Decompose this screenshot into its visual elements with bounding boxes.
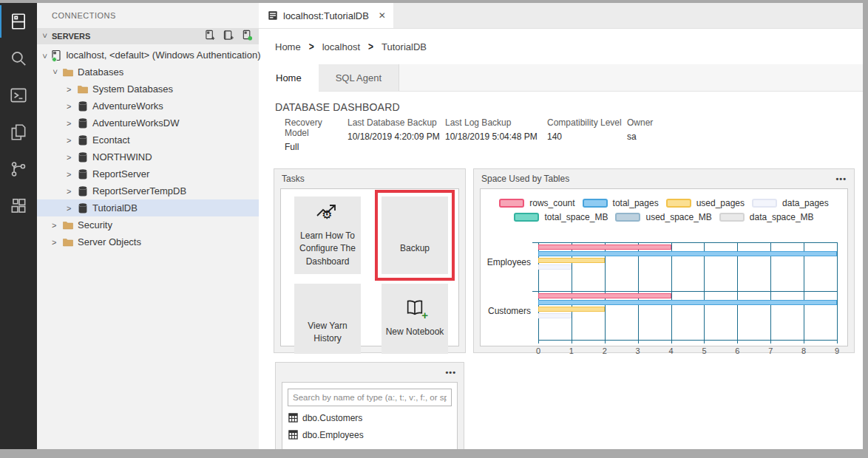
chevron-right-icon[interactable]: > <box>67 85 74 94</box>
tree-item-security[interactable]: >Security <box>37 216 259 233</box>
tree-item-label: ReportServerTempDB <box>92 185 186 196</box>
band-boundary-line <box>532 242 837 243</box>
bar-employees-total_pages <box>538 251 837 256</box>
legend-item-used_pages: used_pages <box>666 198 745 208</box>
table-grid-icon <box>288 430 298 440</box>
tree-item-tutorialdb[interactable]: >TutorialDB <box>37 199 259 216</box>
tree-item-databases[interactable]: >Databases <box>37 64 259 81</box>
task-button-label: Learn How To Configure The Dashboard <box>297 230 358 268</box>
space-used-by-tables-panel: Space Used by Tables ••• rows_counttotal… <box>473 168 855 353</box>
legend-swatch <box>583 199 608 208</box>
tab-home[interactable]: Home <box>259 64 319 92</box>
source-control-icon[interactable] <box>0 151 37 188</box>
property-compatibility-level: Compatibility Level140 <box>547 117 627 152</box>
axis-tick <box>671 341 672 344</box>
axis-tick-label: 1 <box>569 346 574 355</box>
terminal-icon[interactable] <box>0 77 37 114</box>
chevron-right-icon[interactable]: > <box>67 153 74 162</box>
property-value: sa <box>627 131 671 142</box>
search-widget-panel: ••• dbo.Customersdbo.Employees <box>275 362 464 449</box>
chart-plot-wrap: EmployeesCustomers 0123456789 <box>484 242 837 340</box>
dashboard-properties: Recovery ModelFullLast Database Backup10… <box>285 117 863 152</box>
new-notebook-button[interactable]: +New Notebook <box>382 284 448 354</box>
notebooks-icon[interactable] <box>0 114 37 151</box>
chart-legend: rows_counttotal_pagesused_pagesdata_page… <box>481 189 847 222</box>
object-name: dbo.Customers <box>302 413 362 423</box>
chart-panel-title: Space Used by Tables <box>481 174 569 184</box>
axis-tick-label: 8 <box>801 346 806 355</box>
bar-employees-rows_count <box>538 245 671 250</box>
legend-label: total_pages <box>613 198 659 208</box>
legend-swatch <box>719 213 745 222</box>
search-panel-body: dbo.Customersdbo.Employees <box>282 382 458 449</box>
tree-item-label: TutorialDB <box>92 202 138 213</box>
tree-item-reportservertempdb[interactable]: >ReportServerTempDB <box>37 182 259 199</box>
chevron-down-icon[interactable]: > <box>41 53 50 58</box>
chevron-right-icon[interactable]: > <box>67 119 74 128</box>
breadcrumb-item-localhost[interactable]: localhost <box>322 41 360 52</box>
folder-icon <box>62 66 74 78</box>
ellipsis-menu-icon[interactable]: ••• <box>445 368 456 377</box>
tree-item-label: Server Objects <box>78 236 141 247</box>
breadcrumb-item-tutorialdb[interactable]: TutorialDB <box>382 41 427 52</box>
legend-item-data_space_MB: data_space_MB <box>719 212 814 222</box>
tree-item-adventureworksdw[interactable]: >AdventureWorksDW <box>37 115 259 131</box>
tasks-panel-body: ⚙Learn How To Configure The DashboardBac… <box>280 188 459 346</box>
axis-tick-label: 7 <box>768 346 773 355</box>
chevron-right-icon[interactable]: > <box>67 136 74 145</box>
tree-item-adventureworks[interactable]: >AdventureWorks <box>37 98 259 115</box>
learn-how-to-configure-the-dashboard-button[interactable]: ⚙Learn How To Configure The Dashboard <box>294 196 361 274</box>
servers-toolbar <box>205 30 253 44</box>
property-label: Last Log Backup <box>445 117 547 128</box>
chevron-right-icon[interactable]: > <box>52 238 59 247</box>
extensions-icon[interactable] <box>0 188 37 225</box>
tasks-panel-header: Tasks <box>274 169 465 188</box>
close-icon[interactable]: ✕ <box>379 10 386 21</box>
band-boundary-line <box>532 291 837 292</box>
tree-item-label: NORTHWIND <box>92 151 152 163</box>
tasks-panel: Tasks ⚙Learn How To Configure The Dashbo… <box>274 168 466 353</box>
connections-icon[interactable] <box>0 3 37 40</box>
search-icon[interactable] <box>0 40 37 77</box>
list-item-dbo-customers[interactable]: dbo.Customers <box>282 409 457 426</box>
chevron-right-icon[interactable]: > <box>52 221 59 230</box>
servers-section-header[interactable]: > SERVERS <box>37 28 259 44</box>
tree-item-server-objects[interactable]: >Server Objects <box>37 233 259 250</box>
tree-item-reportserver[interactable]: >ReportServer <box>37 165 259 182</box>
chevron-down-icon[interactable]: > <box>51 69 60 77</box>
chevron-right-icon[interactable]: > <box>67 204 74 213</box>
tree-item-label: AdventureWorksDW <box>92 117 180 129</box>
tab-sql-agent[interactable]: SQL Agent <box>319 64 399 91</box>
tree-item-system-databases[interactable]: >System Databases <box>37 81 259 98</box>
view-yarn-history-button[interactable]: View Yarn History <box>294 284 361 354</box>
chevron-down-icon[interactable]: > <box>41 33 50 41</box>
database-icon <box>77 168 89 180</box>
chevron-right-icon[interactable]: > <box>67 102 74 111</box>
object-search-input[interactable] <box>288 389 452 406</box>
backup-button[interactable]: Backup <box>382 196 448 274</box>
legend-swatch <box>514 213 539 222</box>
tree-item-northwind[interactable]: >NORTHWIND <box>37 148 259 165</box>
sidebar-title: CONNECTIONS <box>37 3 259 28</box>
bar-customers-data_pages <box>538 313 572 318</box>
tree-item-localhost-default-windows-authentication[interactable]: >localhost, <default> (Windows Authentic… <box>37 47 259 64</box>
list-item-dbo-employees[interactable]: dbo.Employees <box>282 426 457 443</box>
new-server-group-icon[interactable] <box>223 30 234 44</box>
chevron-right-icon[interactable]: > <box>67 187 74 196</box>
new-connection-icon[interactable] <box>205 30 216 44</box>
active-connections-icon[interactable] <box>242 30 253 44</box>
tree-item-label: System Databases <box>92 83 173 95</box>
chart-panel-body: rows_counttotal_pagesused_pagesdata_page… <box>480 188 848 346</box>
legend-row: total_space_MBused_space_MBdata_space_MB <box>514 212 813 222</box>
bar-employees-used_pages <box>538 258 605 263</box>
ellipsis-menu-icon[interactable]: ••• <box>835 174 847 183</box>
database-icon <box>77 151 89 163</box>
chevron-right-icon[interactable]: > <box>67 170 74 179</box>
legend-label: data_pages <box>782 198 829 208</box>
database-icon <box>77 185 89 197</box>
breadcrumb-item-home[interactable]: Home <box>275 41 301 52</box>
folder-icon <box>77 83 89 95</box>
tree-item-econtact[interactable]: >Econtact <box>37 131 259 148</box>
notebook-plus-icon: + <box>403 298 427 321</box>
editor-tab-localhost-tutorialdb[interactable]: localhost:TutorialDB ✕ <box>259 3 393 28</box>
